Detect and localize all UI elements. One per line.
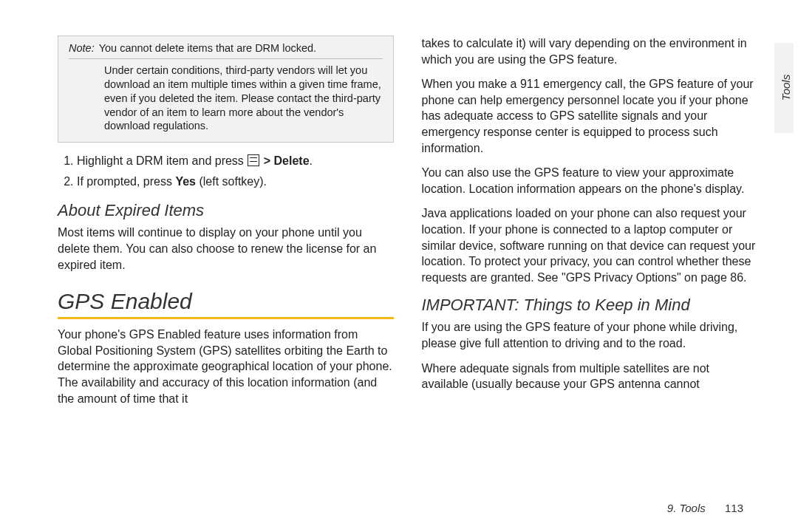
step-2-yes: Yes <box>175 175 196 188</box>
steps-list: Highlight a DRM item and press > Delete.… <box>58 153 394 189</box>
paragraph-gps-intro: Your phone's GPS Enabled feature uses in… <box>58 327 394 406</box>
step-1-pre: Highlight a DRM item and press <box>77 154 247 167</box>
paragraph-view-location: You can also use the GPS feature to view… <box>422 165 758 197</box>
note-top-text: You cannot delete items that are DRM loc… <box>99 42 383 54</box>
paragraph-expired: Most items will continue to display on y… <box>58 225 394 273</box>
paragraph-driving: If you are using the GPS feature of your… <box>422 319 758 351</box>
step-1-sep: > <box>260 154 273 167</box>
heading-about-expired: About Expired Items <box>58 201 394 220</box>
paragraph-java: Java applications loaded on your phone c… <box>422 205 758 285</box>
step-2: If prompted, press Yes (left softkey). <box>77 174 394 190</box>
step-1-end: . <box>310 154 313 167</box>
section-underline <box>58 317 394 319</box>
step-2-post: (left softkey). <box>196 175 267 188</box>
note-box: Note: You cannot delete items that are D… <box>58 35 394 143</box>
paragraph-911: When you make a 911 emergency call, the … <box>422 76 758 156</box>
footer-page-number: 113 <box>725 502 743 514</box>
note-body-text: Under certain conditions, third-party ve… <box>104 64 383 133</box>
footer-chapter: 9. Tools <box>667 502 706 514</box>
page-footer: 9. Tools 113 <box>667 502 743 514</box>
right-column: takes to calculate it) will vary dependi… <box>422 35 758 415</box>
side-tab: Tools <box>774 43 794 133</box>
note-label: Note: <box>69 42 95 54</box>
paragraph-signals: Where adequate signals from multiple sat… <box>422 361 758 392</box>
step-1: Highlight a DRM item and press > Delete. <box>77 153 394 169</box>
heading-important: IMPORTANT: Things to Keep in Mind <box>422 296 758 315</box>
menu-icon <box>248 154 259 166</box>
two-column-layout: Note: You cannot delete items that are D… <box>58 35 757 415</box>
heading-gps-enabled: GPS Enabled <box>58 289 394 314</box>
side-tab-label: Tools <box>780 51 792 125</box>
step-2-pre: If prompted, press <box>77 175 175 188</box>
left-column: Note: You cannot delete items that are D… <box>58 35 394 415</box>
step-1-delete: Delete <box>274 154 310 167</box>
note-divider <box>69 58 383 59</box>
paragraph-takes: takes to calculate it) will vary dependi… <box>422 35 758 67</box>
